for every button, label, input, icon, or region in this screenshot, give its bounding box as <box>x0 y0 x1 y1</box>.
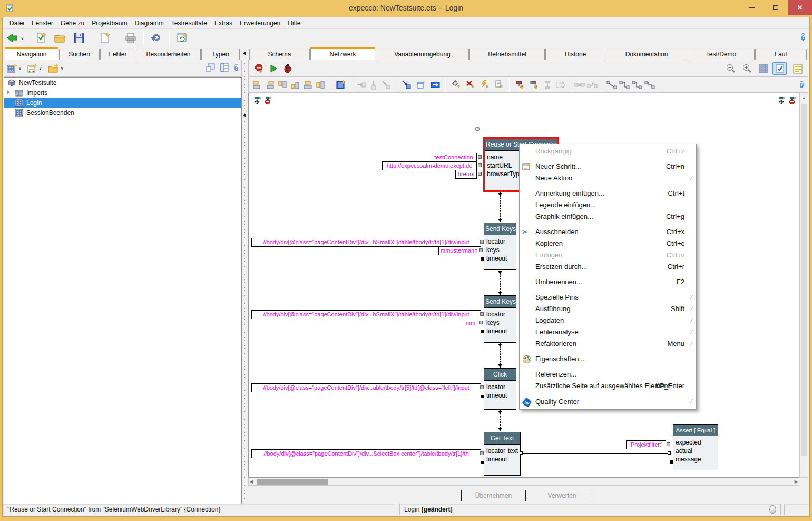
checkbox-toggle-icon[interactable] <box>772 62 787 75</box>
menu-item-ersetzen-durch[interactable]: Ersetzen durch...Ctrl+r <box>520 261 696 273</box>
panel-splitter[interactable] <box>242 47 248 505</box>
menu-item-ausfuehrung[interactable]: AusführungShift <box>520 303 696 315</box>
reload-view-icon[interactable] <box>173 31 191 46</box>
tab-lauf[interactable]: Lauf <box>755 49 807 60</box>
value-keys[interactable]: mmustermann <box>438 246 478 255</box>
pin-move-icon[interactable] <box>777 97 786 105</box>
pin-actual-connector[interactable] <box>668 451 671 455</box>
new-folder-icon[interactable]: ∨ <box>47 63 64 74</box>
debug-icon[interactable] <box>280 62 295 75</box>
align-left-icon[interactable] <box>251 79 263 91</box>
value-name[interactable]: testConnection <box>431 153 477 162</box>
pin-block-icon[interactable] <box>263 97 272 105</box>
pin-add-top-icon[interactable] <box>513 79 527 91</box>
print-icon[interactable] <box>122 31 140 46</box>
value-locator[interactable]: //body/div[@class="pageContentDiv"]/div.… <box>251 310 481 319</box>
pin-connector[interactable] <box>480 240 484 244</box>
tree-item-sessionbeenden[interactable]: SessionBeenden <box>4 108 241 118</box>
menu-erweiterungen[interactable]: Erweiterungen <box>236 18 284 28</box>
move-out-icon[interactable] <box>380 79 393 91</box>
open-check-icon[interactable] <box>32 31 50 46</box>
detach-window-icon[interactable] <box>205 63 216 72</box>
grid-toggle-icon[interactable] <box>756 62 770 75</box>
pin-connector[interactable] <box>480 385 484 389</box>
align-bottom-icon[interactable] <box>289 79 301 91</box>
help-icon[interactable]: ? <box>234 63 238 72</box>
menu-item-refaktorieren[interactable]: RefaktorierenMenu <box>520 338 696 350</box>
connection-direct-icon[interactable] <box>605 79 618 91</box>
tab-betriebsmittel[interactable]: Betriebsmittel <box>469 49 545 60</box>
save-icon[interactable] <box>70 31 88 46</box>
tab-historie[interactable]: Historie <box>545 49 605 60</box>
help-icon[interactable]: ? <box>800 80 804 89</box>
value-locator[interactable]: //body/div[@class="pageContentDiv"]/div.… <box>251 383 481 392</box>
menu-item-ausschneiden[interactable]: ✂ AusschneidenCtrl+x <box>520 226 696 238</box>
tree-item-newtestsuite[interactable]: NewTestsuite <box>4 78 241 88</box>
gear-icon[interactable]: ⚙ <box>474 125 481 133</box>
pin-timeout-unconnected[interactable] <box>481 395 484 398</box>
pin-connector[interactable] <box>479 248 483 252</box>
add-connector-icon[interactable]: + <box>399 79 414 91</box>
pin-rotate-icon[interactable] <box>554 79 566 91</box>
remove-breakpoints-icon[interactable] <box>252 62 266 75</box>
value-locator[interactable]: //body/div[@class="pageContentDiv"]/div.… <box>251 449 481 458</box>
tab-typen[interactable]: Typen <box>201 49 240 60</box>
run-icon[interactable] <box>266 62 280 75</box>
help-icon[interactable]: ? <box>801 32 805 42</box>
value-expected[interactable]: 'Projektfilter:' <box>626 440 666 449</box>
delete-download-icon[interactable] <box>463 79 477 91</box>
menu-gehe-zu[interactable]: Gehe zu <box>57 18 88 28</box>
vertical-scrollbar[interactable]: ▲ <box>799 93 808 478</box>
reconnect-icon[interactable]: ? <box>586 79 599 91</box>
pin-spacing-icon[interactable] <box>541 79 554 91</box>
disconnect-icon[interactable] <box>573 79 586 91</box>
pin-connector[interactable] <box>478 163 482 167</box>
menu-item-graphik-einfuegen[interactable]: Graphik einfügen...Ctrl+g <box>520 211 696 223</box>
new-diagram-icon[interactable]: ∨ <box>6 63 22 74</box>
menu-item-referenzen[interactable]: Referenzen... <box>520 369 696 380</box>
pin-timeout-unconnected[interactable] <box>481 330 484 333</box>
undo-icon[interactable] <box>148 31 165 46</box>
node-send-keys-2[interactable]: Send Keys locator keys timeout <box>484 295 516 343</box>
tab-schema[interactable]: Schema <box>249 49 310 60</box>
minimize-button[interactable] <box>739 0 764 15</box>
value-startURL[interactable]: http://expeccoalm-demo.exept.de <box>382 161 477 170</box>
menu-diagramm[interactable]: Diagramm <box>131 18 168 28</box>
tab-fehler[interactable]: Fehler <box>100 49 135 60</box>
menu-item-neuer-schritt[interactable]: ... Neuer Schritt...Ctrl+n <box>520 161 696 172</box>
menu-testresultate[interactable]: Testresultate <box>168 18 211 28</box>
add-window-icon[interactable]: + <box>414 79 428 91</box>
pin-add-bottom-icon[interactable] <box>527 79 541 91</box>
menu-datei[interactable]: Datei <box>6 18 28 28</box>
node-assert-equal[interactable]: Assert [ Equal ] expected actual message <box>673 424 718 470</box>
new-item-icon[interactable]: ∨ <box>27 63 42 74</box>
connection-elbow3-icon[interactable] <box>643 79 656 91</box>
split-window-icon[interactable] <box>220 63 230 72</box>
center-vertical-icon[interactable] <box>314 79 327 91</box>
lightning-download-icon[interactable] <box>477 79 492 91</box>
menu-item-anmerkung-einfuegen[interactable]: Anmerkung einfügen...Ctrl+t <box>520 188 696 199</box>
menu-item-neue-aktion[interactable]: Neue Aktion <box>520 172 696 184</box>
menu-item-logdaten[interactable]: Logdaten <box>520 315 696 326</box>
tab-netzwerk[interactable]: Netzwerk <box>310 47 375 60</box>
menu-item-kopieren[interactable]: KopierenCtrl+c <box>520 238 696 249</box>
menu-item-zusaetzliche-seite[interactable]: Zusätzliche Seite auf ausgewähltes Eleme… <box>520 380 696 392</box>
tab-dokumentation[interactable]: Dokumentation <box>606 49 687 60</box>
open-file-icon[interactable] <box>51 31 69 46</box>
menu-extras[interactable]: Extras <box>211 18 236 28</box>
menu-projektbaum[interactable]: Projektbaum <box>88 18 131 28</box>
pin-connector[interactable] <box>480 312 484 316</box>
tab-variablenumgebung[interactable]: Variablenumgebung <box>376 49 469 60</box>
move-down-icon[interactable] <box>367 79 380 91</box>
value-locator[interactable]: //body/div[@class="pageContentDiv"]/div.… <box>251 238 481 247</box>
pin-connector[interactable] <box>479 321 483 324</box>
pin-connector[interactable] <box>478 155 482 159</box>
pin-message-unconnected[interactable] <box>670 460 673 464</box>
pin-move-icon[interactable] <box>253 97 261 105</box>
node-send-keys-1[interactable]: Send Keys locator keys timeout <box>484 223 516 270</box>
tree-item-imports[interactable]: Imports <box>4 88 241 98</box>
menu-fenster[interactable]: Fenster <box>28 18 57 28</box>
gear-download-icon[interactable] <box>449 79 463 91</box>
page-download-icon[interactable] <box>492 79 506 91</box>
tab-navigation[interactable]: Navigation <box>5 47 58 60</box>
